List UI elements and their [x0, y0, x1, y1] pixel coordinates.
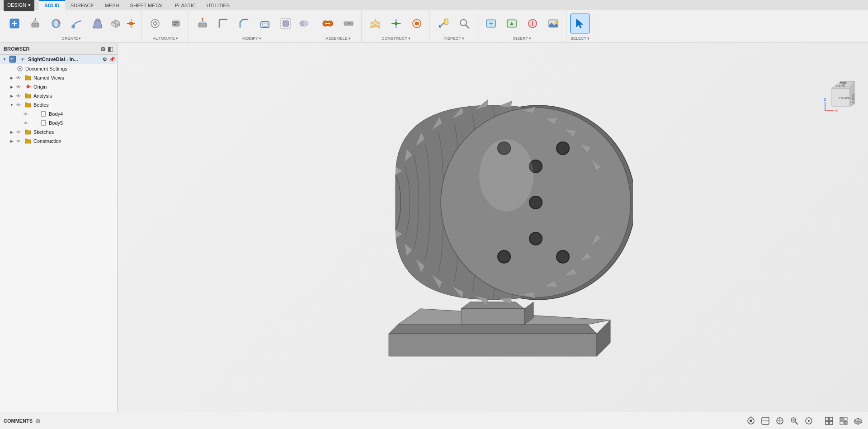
svg-rect-111	[826, 421, 829, 424]
browser-item-doc-settings[interactable]: ▶Document Settings	[0, 64, 117, 73]
assemble2-button[interactable]	[339, 14, 359, 33]
joint-button[interactable]	[318, 14, 338, 33]
view-tool-3[interactable]	[774, 415, 786, 427]
group-create: CREATE ▾	[2, 11, 142, 42]
loft-button[interactable]	[88, 14, 108, 33]
measure-button[interactable]	[434, 14, 453, 33]
eye-icon-named-views[interactable]: 👁	[16, 75, 23, 80]
new-component-button[interactable]	[5, 14, 24, 33]
root-pin-icon[interactable]: 📌	[109, 57, 115, 62]
select-label[interactable]: SELECT ▾	[571, 36, 590, 41]
browser-item-analysis[interactable]: ▶👁Analysis	[0, 91, 117, 100]
extrude-button[interactable]	[25, 14, 45, 33]
eye-icon-analysis[interactable]: 👁	[16, 94, 23, 99]
insert2-button[interactable]	[502, 14, 522, 33]
eye-icon-body4[interactable]: 👁	[24, 112, 30, 117]
move-button[interactable]	[124, 16, 138, 31]
browser-item-named-views[interactable]: ▶👁Named Views	[0, 73, 117, 82]
box-button[interactable]	[108, 16, 123, 31]
construct-label[interactable]: CONSTRUCT ▾	[382, 36, 410, 41]
main-area: BROWSER ⊕ ◧ ▼ F 👁 SlightCruveDial - In..…	[0, 43, 868, 412]
inspect2-button[interactable]	[454, 14, 474, 33]
group-insert: INSERT ▾	[478, 11, 566, 42]
fillet-button[interactable]	[213, 14, 233, 33]
eye-icon-construction[interactable]: 👁	[16, 139, 23, 144]
eye-icon-origin[interactable]: 👁	[16, 85, 23, 90]
browser-expand-icon[interactable]: ⊕	[100, 45, 106, 52]
view-tool-2[interactable]	[759, 415, 772, 427]
svg-rect-24	[198, 24, 207, 27]
tab-sheet_metal[interactable]: SHEET METAL	[125, 0, 170, 10]
automate-label[interactable]: AUTOMATE ▾	[153, 36, 178, 41]
expand-icon-analysis[interactable]: ▶	[9, 93, 14, 99]
svg-marker-27	[201, 18, 204, 19]
browser-item-body5[interactable]: ▶👁Body5	[0, 118, 117, 127]
view-tool-grid[interactable]	[823, 415, 835, 427]
select-button[interactable]	[570, 14, 590, 33]
sweep-button[interactable]	[67, 14, 87, 33]
svg-point-63	[555, 21, 557, 24]
tab-utilities[interactable]: UTILITIES	[201, 0, 235, 10]
browser-item-origin[interactable]: ▶👁Origin	[0, 82, 117, 91]
chamfer-button[interactable]	[234, 14, 254, 33]
tab-plastic[interactable]: PLASTIC	[170, 0, 201, 10]
browser-panel: BROWSER ⊕ ◧ ▼ F 👁 SlightCruveDial - In..…	[0, 43, 118, 412]
create-label[interactable]: CREATE ▾	[62, 36, 81, 41]
browser-item-bodies[interactable]: ▼👁Bodies	[0, 100, 117, 109]
comments-section: COMMENTS ⊕	[4, 417, 41, 424]
shell-button[interactable]	[255, 14, 275, 33]
view-tool-display[interactable]	[837, 415, 850, 427]
browser-item-construction[interactable]: ▶👁Construction	[0, 137, 117, 146]
browser-item-sketches[interactable]: ▶👁Sketches	[0, 127, 117, 137]
root-doc-icon: F	[9, 56, 16, 63]
eye-icon-sketches[interactable]: 👁	[16, 130, 23, 135]
item-label-body5: Body5	[49, 120, 63, 126]
expand-icon-bodies[interactable]: ▼	[9, 102, 14, 108]
automate-button[interactable]	[145, 14, 165, 33]
view-tool-5[interactable]	[802, 415, 815, 427]
view-tool-4[interactable]	[788, 415, 801, 427]
type-icon-analysis	[24, 92, 32, 99]
browser-item-body4[interactable]: ▶👁Body4	[0, 109, 117, 118]
insert3-button[interactable]	[523, 14, 542, 33]
root-eye-icon[interactable]: 👁	[19, 56, 26, 63]
comments-label: COMMENTS	[4, 418, 33, 424]
combine-button[interactable]	[297, 16, 311, 31]
automate2-button[interactable]	[166, 14, 186, 33]
expand-icon-construction[interactable]: ▶	[9, 138, 14, 144]
svg-rect-21	[172, 21, 179, 26]
offset-plane-button[interactable]	[365, 14, 385, 33]
view-tool-1[interactable]	[745, 415, 757, 427]
expand-icon-named-views[interactable]: ▶	[9, 75, 14, 80]
root-settings-icon[interactable]: ⚙	[103, 57, 107, 62]
insert1-button[interactable]	[481, 14, 501, 33]
tab-mesh[interactable]: MESH	[99, 0, 125, 10]
svg-point-108	[808, 420, 810, 422]
tab-solid[interactable]: SOLID	[39, 0, 65, 10]
press-pull-button[interactable]	[193, 14, 212, 33]
eye-icon-body5[interactable]: 👁	[24, 121, 30, 126]
inspect-label[interactable]: INSPECT ▾	[443, 36, 464, 41]
revolve-button[interactable]	[46, 14, 66, 33]
expand-icon-origin[interactable]: ▶	[9, 84, 14, 90]
assemble-label[interactable]: ASSEMBLE ▾	[326, 36, 351, 41]
construct2-button[interactable]	[386, 14, 406, 33]
view-tool-3d[interactable]	[852, 415, 864, 427]
root-collapse-icon[interactable]: ▼	[2, 57, 7, 62]
scale-button[interactable]	[276, 14, 296, 33]
group-assemble: ASSEMBLE ▾	[315, 11, 362, 42]
tab-surface[interactable]: SURFACE	[65, 0, 99, 10]
bottom-bar: COMMENTS ⊕	[0, 412, 868, 429]
insert-label[interactable]: INSERT ▾	[513, 36, 531, 41]
eye-icon-bodies[interactable]: 👁	[16, 103, 23, 108]
orientation-cube[interactable]: FRONT TOP Z X RIGHT BACK	[823, 79, 859, 115]
browser-root-item[interactable]: ▼ F 👁 SlightCruveDial - In... ⚙ 📌	[0, 55, 117, 64]
comments-expand-icon[interactable]: ⊕	[35, 417, 41, 424]
modify-label[interactable]: MODIFY ▾	[242, 36, 261, 41]
svg-rect-3	[32, 24, 39, 27]
viewport[interactable]: FRONT TOP Z X RIGHT BACK	[118, 43, 868, 412]
construct3-button[interactable]	[407, 14, 427, 33]
insert4-button[interactable]	[543, 14, 563, 33]
browser-close-icon[interactable]: ◧	[108, 45, 113, 52]
expand-icon-sketches[interactable]: ▶	[9, 129, 14, 135]
